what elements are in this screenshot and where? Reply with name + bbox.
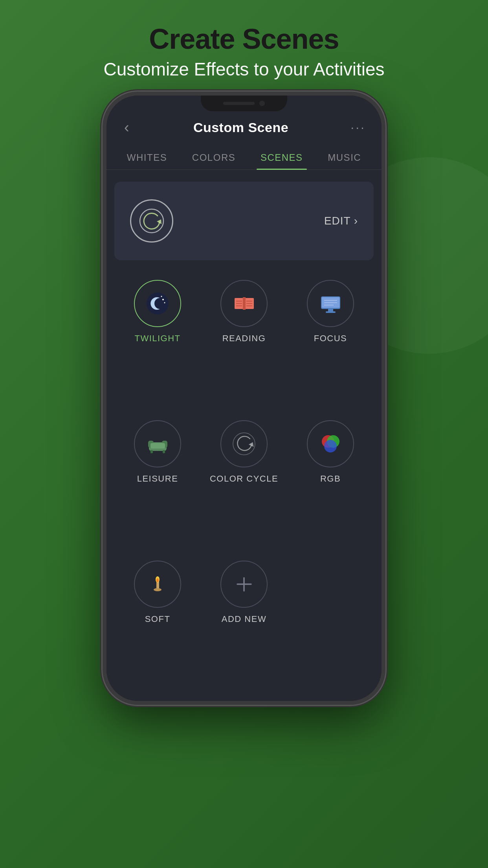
svg-rect-25	[150, 443, 165, 449]
svg-rect-18	[326, 311, 336, 313]
scene-icon-color-cycle	[220, 420, 268, 467]
scene-icon-rgb	[307, 420, 354, 467]
svg-point-5	[164, 302, 165, 303]
scene-item-leisure[interactable]: LEISURE	[118, 420, 197, 553]
cycle-icon-svg	[138, 207, 165, 235]
scene-label-color-cycle: COLOR CYCLE	[210, 474, 278, 484]
page-header: Create Scenes Customize Effects to your …	[104, 0, 385, 80]
tab-music[interactable]: MUSIC	[324, 146, 365, 169]
svg-point-3	[162, 299, 164, 300]
speaker-grille	[223, 102, 255, 105]
svg-point-2	[147, 292, 169, 314]
cycle-animation-icon	[130, 199, 173, 243]
tab-colors[interactable]: COLORS	[188, 146, 239, 169]
svg-marker-1	[157, 218, 163, 224]
scene-item-twilight[interactable]: TWILIGHT	[118, 280, 197, 412]
edit-button[interactable]: EDIT ›	[324, 215, 358, 227]
page-subtitle: Customize Effects to your Activities	[104, 59, 385, 80]
phone-notch	[201, 96, 287, 111]
scene-icon-add-new	[220, 561, 268, 608]
svg-rect-8	[243, 297, 246, 310]
front-camera	[259, 101, 265, 106]
svg-rect-27	[163, 450, 165, 453]
edit-chevron-icon: ›	[354, 215, 358, 227]
more-options-button[interactable]: ···	[350, 120, 366, 135]
svg-point-35	[156, 578, 159, 582]
scene-icon-twilight	[134, 280, 181, 327]
scene-label-twilight: TWILIGHT	[134, 333, 180, 344]
scene-item-add-new[interactable]: ADD NEW	[205, 561, 283, 693]
scene-item-reading[interactable]: READING	[205, 280, 283, 412]
scene-label-add-new: ADD NEW	[222, 614, 266, 624]
scene-item-focus[interactable]: FOCUS	[291, 280, 370, 412]
svg-point-36	[154, 588, 161, 591]
scene-icon-reading	[220, 280, 268, 327]
scene-grid: TWILIGHT	[106, 272, 382, 701]
scene-label-reading: READING	[222, 333, 266, 344]
phone-screen: ‹ Custom Scene ··· WHITES COLORS SCENES …	[106, 96, 382, 701]
scene-item-soft[interactable]: SOFT	[118, 561, 197, 693]
scene-label-soft: SOFT	[145, 614, 171, 624]
page-title: Create Scenes	[104, 24, 385, 55]
svg-rect-26	[150, 450, 153, 453]
svg-point-32	[324, 440, 337, 452]
edit-label: EDIT	[324, 215, 351, 227]
svg-rect-17	[328, 309, 333, 311]
tab-whites[interactable]: WHITES	[123, 146, 171, 169]
back-button[interactable]: ‹	[122, 117, 131, 138]
scene-label-rgb: RGB	[320, 474, 341, 484]
tab-scenes[interactable]: SCENES	[257, 146, 307, 169]
phone-frame: ‹ Custom Scene ··· WHITES COLORS SCENES …	[103, 92, 385, 705]
scene-icon-leisure	[134, 420, 181, 467]
scene-icon-soft	[134, 561, 181, 608]
scene-label-focus: FOCUS	[314, 333, 347, 344]
scene-preview-area: EDIT ›	[114, 182, 374, 260]
scene-item-rgb[interactable]: RGB	[291, 420, 370, 553]
svg-point-4	[161, 296, 162, 297]
scene-item-color-cycle[interactable]: COLOR CYCLE	[205, 420, 283, 553]
scene-label-leisure: LEISURE	[137, 474, 178, 484]
screen-title: Custom Scene	[193, 120, 288, 135]
svg-marker-29	[248, 441, 255, 447]
tab-bar: WHITES COLORS SCENES MUSIC	[106, 146, 382, 170]
scene-icon-focus	[307, 280, 354, 327]
